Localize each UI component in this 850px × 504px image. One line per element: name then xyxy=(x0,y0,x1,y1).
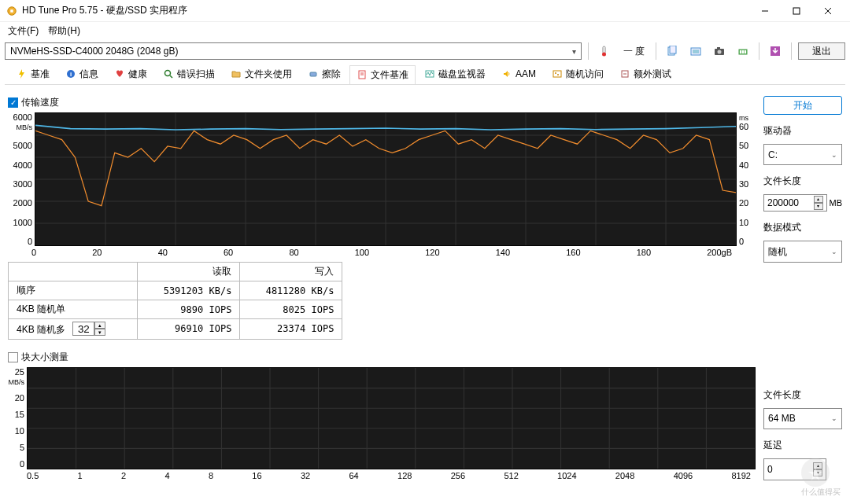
randm-read-value: 96910 IOPS xyxy=(138,319,240,340)
tab-info[interactable]: i信息 xyxy=(58,64,105,83)
toolbar: NVMeHS-SSD-C4000 2048G (2048 gB) ▾ 一 度 退… xyxy=(0,39,850,63)
row-4k-single: 4KB 随机单 xyxy=(9,300,138,319)
drive-select-value: NVMeHS-SSD-C4000 2048G (2048 gB) xyxy=(10,46,178,57)
driver-label: 驱动器 xyxy=(763,124,842,138)
random-icon xyxy=(552,68,563,79)
svg-rect-29 xyxy=(553,71,561,77)
filelen2-select[interactable]: 64 MB⌄ xyxy=(763,408,842,429)
exit-button[interactable]: 退出 xyxy=(798,42,845,60)
filelen2-label: 文件长度 xyxy=(763,388,842,402)
transfer-speed-checkbox[interactable]: ✓ xyxy=(8,97,18,108)
randm-write-value: 23374 IOPS xyxy=(240,319,342,340)
svg-text:i: i xyxy=(70,71,72,78)
screenshot-icon[interactable] xyxy=(710,42,729,60)
tab-file-benchmark[interactable]: 文件基准 xyxy=(349,65,416,84)
minimize-button[interactable] xyxy=(749,0,781,22)
mode-select[interactable]: 随机⌄ xyxy=(763,241,842,262)
window-title: HD Tune Pro 5.75 - 硬盘/SSD 实用程序 xyxy=(22,4,749,17)
tab-random-access[interactable]: 随机访问 xyxy=(545,64,611,83)
filelen1-label: 文件长度 xyxy=(763,175,842,188)
copy-info-icon[interactable] xyxy=(663,42,682,60)
settings-icon[interactable] xyxy=(734,42,752,60)
watermark: 什么值得买 xyxy=(801,458,841,498)
folder-icon xyxy=(231,68,242,79)
app-icon xyxy=(6,6,17,17)
info-icon: i xyxy=(65,68,76,79)
col-read: 读取 xyxy=(138,263,240,281)
seq-read-value: 5391203 KB/s xyxy=(138,281,240,300)
tab-aam[interactable]: AAM xyxy=(494,65,543,82)
svg-point-30 xyxy=(555,72,556,74)
y-axis-right: ms 6050403020100 xyxy=(737,112,756,246)
y-axis-left-2: 25 MB/s20151050 xyxy=(8,367,27,469)
seq-write-value: 4811280 KB/s xyxy=(240,281,342,300)
filelen1-input[interactable]: 200000 ▴▾ xyxy=(763,194,827,212)
temperature-text: 一 度 xyxy=(619,45,649,58)
svg-point-7 xyxy=(602,53,606,57)
results-table: 读取 写入 顺序 5391203 KB/s 4811280 KB/s 4KB 随… xyxy=(8,262,342,340)
chart-plot-area xyxy=(35,112,737,246)
svg-rect-3 xyxy=(793,8,800,14)
x-axis-2: 0.512481632641282565121024204840968192 xyxy=(8,469,756,480)
menu-file[interactable]: 文件(F) xyxy=(3,24,43,38)
svg-rect-18 xyxy=(745,50,746,53)
temperature-icon[interactable] xyxy=(595,42,614,60)
tab-error-scan[interactable]: 错误扫描 xyxy=(156,64,222,83)
menu-bar: 文件(F) 帮助(H) xyxy=(0,22,850,39)
start-button[interactable]: 开始 xyxy=(763,96,842,115)
svg-point-31 xyxy=(557,74,559,75)
mode-label: 数据模式 xyxy=(763,221,842,234)
driver-select[interactable]: C:⌄ xyxy=(763,144,842,165)
transfer-chart: 6000 MB/s500040003000200010000 ms 605040… xyxy=(8,112,756,246)
main-content: ✓ 传输速度 6000 MB/s500040003000200010000 ms… xyxy=(0,85,850,488)
block-size-chart: 25 MB/s20151050 读取 写入 xyxy=(8,367,756,469)
monitor-icon xyxy=(424,68,435,79)
search-icon xyxy=(163,68,174,79)
svg-point-13 xyxy=(718,50,722,54)
chart2-plot-area: 读取 写入 xyxy=(27,367,756,469)
tab-disk-monitor[interactable]: 磁盘监视器 xyxy=(417,64,493,83)
title-bar: HD Tune Pro 5.75 - 硬盘/SSD 实用程序 xyxy=(0,0,850,22)
drive-select[interactable]: NVMeHS-SSD-C4000 2048G (2048 gB) ▾ xyxy=(5,42,582,60)
svg-rect-9 xyxy=(670,46,676,53)
svg-rect-11 xyxy=(693,50,699,53)
tab-erase[interactable]: 擦除 xyxy=(301,64,348,83)
svg-rect-16 xyxy=(740,50,741,53)
threads-input[interactable] xyxy=(72,322,94,336)
transfer-speed-label: 传输速度 xyxy=(21,96,59,109)
chevron-down-icon: ▾ xyxy=(572,47,576,56)
save-icon[interactable] xyxy=(766,42,785,60)
right-panel: 开始 驱动器 C:⌄ 文件长度 200000 ▴▾ MB 数据模式 随机⌄ 文件… xyxy=(763,93,842,480)
maximize-button[interactable] xyxy=(781,0,812,22)
menu-help[interactable]: 帮助(H) xyxy=(43,24,85,38)
bolt-icon xyxy=(17,68,28,79)
speaker-icon xyxy=(501,68,512,79)
svg-rect-17 xyxy=(742,50,744,53)
rand1-write-value: 8025 IOPS xyxy=(240,300,342,319)
block-size-label: 块大小测量 xyxy=(21,351,68,364)
svg-line-23 xyxy=(170,75,172,78)
tabs-bar: 基准 i信息 健康 错误扫描 文件夹使用 擦除 文件基准 磁盘监视器 AAM 随… xyxy=(5,63,845,85)
threads-down[interactable]: ▾ xyxy=(94,329,105,336)
close-button[interactable] xyxy=(812,0,844,22)
x-axis: 020406080100120140160180200gB xyxy=(8,246,756,257)
threads-up[interactable]: ▴ xyxy=(94,322,105,329)
rand1-read-value: 9890 IOPS xyxy=(138,300,240,319)
threads-spinner[interactable]: ▴▾ xyxy=(72,322,105,336)
tab-benchmark[interactable]: 基准 xyxy=(9,64,57,83)
tab-folder-usage[interactable]: 文件夹使用 xyxy=(224,64,299,83)
tab-extra-tests[interactable]: 额外测试 xyxy=(612,64,678,83)
svg-rect-14 xyxy=(717,47,720,50)
delay-label: 延迟 xyxy=(763,439,842,452)
col-write: 写入 xyxy=(240,263,342,281)
extra-icon xyxy=(619,68,630,79)
filebench-icon xyxy=(357,69,368,80)
svg-point-22 xyxy=(165,71,171,76)
heart-icon xyxy=(114,68,125,79)
chart-legend: 读取 写入 xyxy=(698,367,755,369)
copy-screenshot-icon[interactable] xyxy=(686,42,705,60)
tab-health[interactable]: 健康 xyxy=(107,64,154,83)
block-size-checkbox[interactable] xyxy=(8,352,18,362)
row-sequential: 顺序 xyxy=(9,281,138,300)
eraser-icon xyxy=(308,68,319,79)
